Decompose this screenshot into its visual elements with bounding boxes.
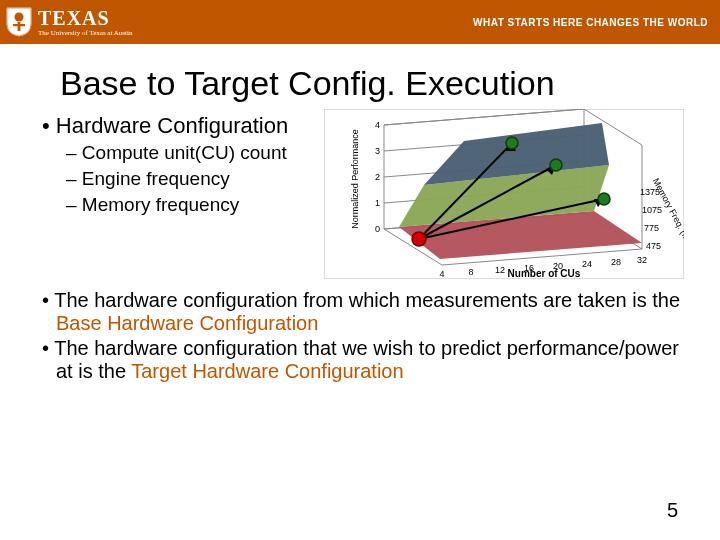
page-number: 5	[667, 499, 678, 522]
brand-logo: TEXAS The University of Texas at Austin	[6, 7, 132, 37]
list-item-label: Memory frequency	[82, 194, 239, 215]
brand-title: TEXAS	[38, 8, 132, 28]
list-item-text: The hardware configuration from which me…	[54, 289, 680, 311]
upper-row: • Hardware Configuration – Compute unit(…	[0, 113, 720, 279]
axis-tick: 1075	[642, 205, 662, 215]
svg-point-0	[15, 13, 24, 22]
axis-tick: 0	[375, 224, 380, 234]
list-item: – Engine frequency	[66, 168, 316, 190]
lower-bullets: • The hardware configuration from which …	[0, 279, 720, 383]
svg-rect-2	[13, 24, 25, 26]
axis-tick: 2	[375, 172, 380, 182]
svg-rect-1	[18, 22, 21, 31]
emphasis-text: Target Hardware Configuration	[131, 360, 403, 382]
axis-tick: 32	[637, 255, 647, 265]
surface-chart: 0 1 2 3 4 Normalized Performance 4 8 12 …	[324, 109, 684, 279]
brand-subtitle: The University of Texas at Austin	[38, 30, 132, 37]
axis-tick: 4	[375, 120, 380, 130]
list-item-label: Compute unit(CU) count	[82, 142, 287, 163]
slide-title: Base to Target Config. Execution	[60, 64, 692, 103]
shield-icon	[6, 7, 32, 37]
target-point-marker	[598, 193, 610, 205]
axis-tick: 3	[375, 146, 380, 156]
target-point-marker	[506, 137, 518, 149]
target-point-marker	[550, 159, 562, 171]
list-item-label: Engine frequency	[82, 168, 230, 189]
axis-label-x: Number of CUs	[508, 268, 581, 279]
brand-tagline: WHAT STARTS HERE CHANGES THE WORLD	[473, 17, 708, 28]
axis-tick: 775	[644, 223, 659, 233]
brand-text: TEXAS The University of Texas at Austin	[38, 8, 132, 37]
base-point-marker	[412, 232, 426, 246]
axis-tick: 4	[439, 269, 444, 279]
list-item: – Memory frequency	[66, 194, 316, 216]
list-item-label: Hardware Configuration	[56, 113, 288, 138]
hw-config-list: • Hardware Configuration – Compute unit(…	[36, 113, 316, 279]
axis-label-z: Normalized Performance	[350, 129, 360, 229]
list-item: • The hardware configuration from which …	[42, 289, 686, 335]
axis-tick: 28	[611, 257, 621, 267]
axis-tick: 8	[468, 267, 473, 277]
axis-tick: 1	[375, 198, 380, 208]
axis-tick: 12	[495, 265, 505, 275]
emphasis-text: Base Hardware Configuration	[56, 312, 318, 334]
list-item: • Hardware Configuration	[42, 113, 316, 138]
list-item: – Compute unit(CU) count	[66, 142, 316, 164]
list-item: • The hardware configuration that we wis…	[42, 337, 686, 383]
axis-tick: 475	[646, 241, 661, 251]
axis-tick: 24	[582, 259, 592, 269]
brand-header: TEXAS The University of Texas at Austin …	[0, 0, 720, 44]
